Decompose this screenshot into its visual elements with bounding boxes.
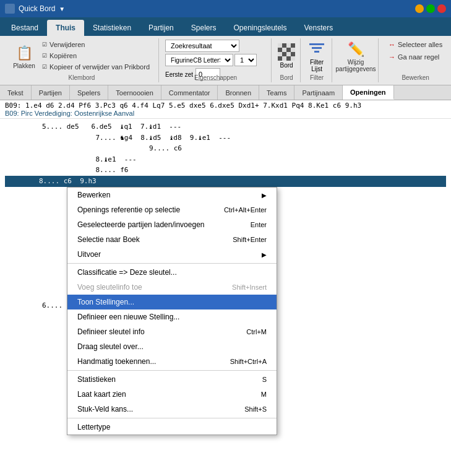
ribbon-group-eigenschappen: Zoekresultaat FigurineCB LetterS 15 Eers… <box>160 38 272 82</box>
separator-1 <box>67 263 277 264</box>
menu-draag-sleutel[interactable]: Draag sleutel over... <box>67 339 277 354</box>
board-icon[interactable] <box>278 43 295 61</box>
bewerken-group-label: Bewerken <box>402 74 429 81</box>
edit-icon: ✏️ <box>348 41 364 58</box>
selecteer-alles-button[interactable]: ↔ Selecteer alles <box>385 40 446 50</box>
menu-definieer-sleutel[interactable]: Definieer sleutel info Ctrl+M <box>67 324 277 339</box>
font-dropdown-row: FigurineCB LetterS 15 <box>165 54 257 66</box>
doc-tabs: Tekst Partijen Spelers Toernoooien Comme… <box>0 85 451 100</box>
title-bar-dropdown[interactable]: ▼ <box>59 6 65 12</box>
tab-spelers[interactable]: Spelers <box>183 20 225 36</box>
plakken-button[interactable]: 📋 Plakken <box>10 40 38 74</box>
menu-lettertype-label: Lettertype <box>77 423 110 431</box>
bc9 <box>278 52 282 56</box>
tab-tekst[interactable]: Tekst <box>0 85 32 100</box>
menu-lettertype[interactable]: Lettertype <box>67 420 277 435</box>
menu-geselecteerde[interactable]: Geselecteerde partijen laden/invoegen En… <box>67 217 277 232</box>
tab-partijnaam[interactable]: Partijnaam <box>294 85 343 100</box>
menu-draag-sleutel-label: Draag sleutel over... <box>77 342 144 351</box>
menu-selectie-boek[interactable]: Selectie naar Boek Shift+Enter <box>67 232 277 247</box>
size-select[interactable]: 15 <box>234 54 257 66</box>
kopieren-label: Kopiëren <box>49 52 77 59</box>
maximize-btn[interactable] <box>426 4 435 13</box>
menu-laat-kaart[interactable]: Laat kaart zien M <box>67 387 277 402</box>
menu-statistieken[interactable]: Statistieken S <box>67 372 277 387</box>
tab-openingen[interactable]: Openingen <box>343 85 393 100</box>
menu-handmatig[interactable]: Handmatig toekennen... Shift+Ctrl+A <box>67 354 277 369</box>
menu-uitvoer[interactable]: Uitvoer ▶ <box>67 247 277 262</box>
move-line[interactable]: 8.♝e1 --- <box>5 154 446 165</box>
tab-bestand[interactable]: Bestand <box>2 20 47 36</box>
menu-definieer-stelling-label: Definieer een nieuwe Stelling... <box>77 313 179 321</box>
separator-2 <box>67 370 277 371</box>
menu-toon-stellingen-label: Toon Stellingen... <box>77 298 134 306</box>
menu-geselecteerde-label: Geselecteerde partijen laden/invoegen <box>77 220 204 229</box>
ribbon-group-bord: Bord Bord <box>273 38 301 82</box>
verwijderen-button[interactable]: ☑ Verwijderen <box>38 40 153 50</box>
menu-openings-ref[interactable]: Openings referentie op selectie Ctrl+Alt… <box>67 202 277 217</box>
bc3 <box>286 43 291 48</box>
menu-statistieken-shortcut: S <box>250 376 267 383</box>
tab-spelers[interactable]: Spelers <box>70 85 108 100</box>
menu-definieer-stelling[interactable]: Definieer een nieuwe Stelling... <box>67 309 277 324</box>
menu-voeg-sleutelinfo-shortcut: Shift+Insert <box>220 283 267 291</box>
kopieer-verwijder-button[interactable]: ☑ Kopieer of verwijder van Prikbord <box>38 62 153 72</box>
app-icon <box>5 4 15 14</box>
menu-bewerken[interactable]: Bewerken ▶ <box>67 188 277 202</box>
ga-naar-regel-button[interactable]: → Ga naar regel <box>385 52 443 62</box>
goto-icon: → <box>389 53 395 61</box>
move-line[interactable]: 8.... f6 <box>5 165 446 176</box>
zoekresultaat-select[interactable]: Zoekresultaat <box>165 40 239 52</box>
bc4 <box>291 43 295 48</box>
tab-thuis[interactable]: Thuis <box>47 20 84 36</box>
eigenschappen-group-label: Eigenschappen <box>194 74 237 81</box>
menu-voeg-sleutelinfo: Voeg sleutelinfo toe Shift+Insert <box>67 280 277 295</box>
menu-definieer-sleutel-label: Definieer sleutel info <box>77 327 145 336</box>
tab-teams[interactable]: Teams <box>259 85 294 100</box>
wijzig-button[interactable]: ✏️ Wijzig partijgegevens <box>338 40 373 74</box>
check-icon: ☑ <box>42 41 47 48</box>
tab-partijen[interactable]: Partijen <box>140 20 183 36</box>
tab-bronnen[interactable]: Bronnen <box>218 85 259 100</box>
move-line-selected[interactable]: 8.... c6 9.h3 <box>5 176 446 187</box>
menu-stuk-veld[interactable]: Stuk-Veld kans... Shift+S <box>67 402 277 417</box>
bord-group-label: Bord <box>280 74 293 81</box>
tab-openingsleutels[interactable]: Openingsleutels <box>225 20 295 36</box>
ribbon-tabs: Bestand Thuis Statistieken Partijen Spel… <box>0 17 451 36</box>
bord-label: Bord <box>280 62 293 69</box>
bc6 <box>282 48 286 52</box>
bc16 <box>291 56 295 61</box>
menu-bewerken-label: Bewerken <box>77 191 110 199</box>
tab-toernooien[interactable]: Toernoooien <box>108 85 161 100</box>
move-line[interactable]: 5.... de5 6.de5 ♝q1 7.♝d1 --- <box>5 121 446 132</box>
paste-icon: 📋 <box>16 45 33 61</box>
klembord-buttons: ☑ Verwijderen ☑ Kopiëren ☑ Kopieer of ve… <box>38 40 153 72</box>
minimize-btn[interactable] <box>415 4 424 13</box>
menu-laat-kaart-shortcut: M <box>249 391 267 398</box>
tab-partijen[interactable]: Partijen <box>32 85 70 100</box>
bc11 <box>286 52 291 56</box>
close-btn[interactable] <box>437 4 446 13</box>
filter-icon[interactable] <box>307 40 327 59</box>
tab-commentator[interactable]: Commentator <box>161 85 218 100</box>
menu-classificatie[interactable]: Classificatie => Deze sleutel... <box>67 265 277 280</box>
tab-vensters[interactable]: Vensters <box>296 20 342 36</box>
menu-toon-stellingen[interactable]: Toon Stellingen... <box>67 295 277 309</box>
bc5 <box>278 48 282 52</box>
move-line[interactable]: 9.... c6 <box>5 143 446 154</box>
menu-stuk-veld-label: Stuk-Veld kans... <box>77 405 133 413</box>
bc13 <box>278 56 282 61</box>
lijst-label: Lijst <box>311 66 322 72</box>
uitvoer-arrow: ▶ <box>262 251 267 258</box>
selecteer-alles-label: Selecteer alles <box>398 41 442 48</box>
klembord-group-label: Klembord <box>69 74 95 81</box>
filter-group-label: Filter <box>310 74 324 81</box>
tab-statistieken[interactable]: Statistieken <box>84 20 140 36</box>
menu-handmatig-label: Handmatig toekennen... <box>77 357 156 366</box>
move-line[interactable]: 7.... ♞g4 8.♝d5 ♝d8 9.♝e1 --- <box>5 132 446 144</box>
bc1 <box>278 43 282 48</box>
kopieren-button[interactable]: ☑ Kopiëren <box>38 51 153 61</box>
font-select[interactable]: FigurineCB LetterS <box>165 54 233 66</box>
wijzig-label: Wijzig partijgegevens <box>336 59 376 72</box>
menu-laat-kaart-label: Laat kaart zien <box>77 390 126 399</box>
